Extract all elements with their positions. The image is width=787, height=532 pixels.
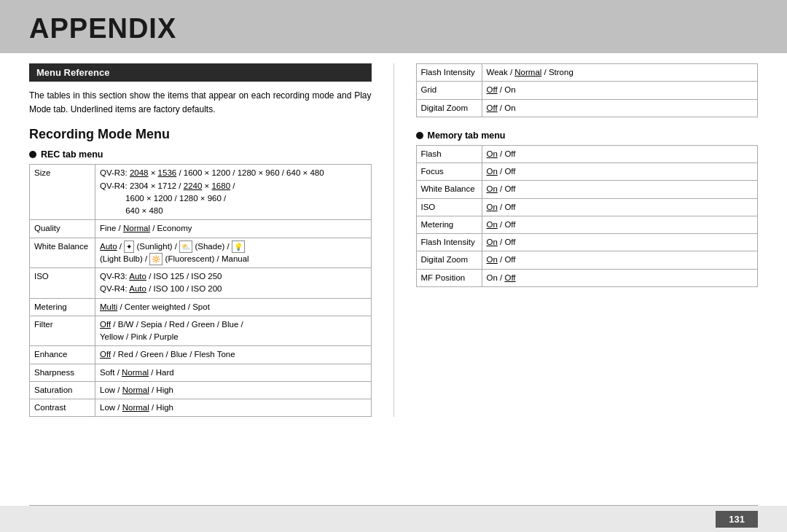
row-value: Off / On [482, 82, 758, 99]
row-label: ISO [416, 198, 482, 216]
row-label: Digital Zoom [416, 99, 482, 117]
row-value: On / Off [482, 198, 758, 216]
memory-tab-table: Flash On / Off Focus On / Off White Bala… [416, 145, 759, 287]
row-label: Flash Intensity [416, 64, 482, 82]
row-label: Quality [30, 220, 95, 238]
row-label: Enhance [30, 346, 95, 364]
table-row: Saturation Low / Normal / High [30, 381, 372, 399]
row-value: Low / Normal / High [95, 399, 372, 417]
content-area: Menu Reference The tables in this sectio… [0, 53, 787, 417]
row-value: On / Off [482, 145, 758, 163]
row-label: Flash [416, 145, 482, 163]
row-value: On / Off [482, 181, 758, 198]
table-row: Focus On / Off [416, 163, 758, 181]
row-label: Sharpness [30, 364, 95, 381]
row-value: Off / On [482, 99, 758, 117]
table-row: Contrast Low / Normal / High [30, 399, 372, 417]
row-value: Multi / Center weighted / Spot [95, 298, 372, 316]
menu-reference-title: Menu Reference [29, 63, 372, 82]
table-row: Metering On / Off [416, 216, 758, 233]
bullet-icon [29, 151, 36, 158]
right-column: Flash Intensity Weak / Normal / Strong G… [416, 53, 759, 417]
table-row: ISO QV-R3: Auto / ISO 125 / ISO 250 QV-R… [30, 268, 372, 299]
row-value: On / Off [482, 234, 758, 251]
row-value: QV-R3: Auto / ISO 125 / ISO 250 QV-R4: A… [95, 268, 372, 299]
table-row: Grid Off / On [416, 82, 758, 99]
table-row: Digital Zoom On / Off [416, 251, 758, 269]
rec-tab-heading: REC tab menu [29, 149, 372, 160]
row-value: Weak / Normal / Strong [482, 64, 758, 82]
row-label: MF Position [416, 269, 482, 286]
table-row: ISO On / Off [416, 198, 758, 216]
page-number: 131 [716, 511, 758, 528]
memory-tab-heading: Memory tab menu [416, 130, 759, 141]
rec-tab-table: Size QV-R3: 2048 × 1536 / 1600 × 1200 / … [29, 164, 372, 417]
rec-tab-label: REC tab menu [41, 149, 103, 160]
table-row: Filter Off / B/W / Sepia / Red / Green /… [30, 316, 372, 346]
table-row: Digital Zoom Off / On [416, 99, 758, 117]
vertical-divider [394, 63, 394, 417]
row-label: White Balance [30, 238, 95, 268]
row-label: Digital Zoom [416, 251, 482, 269]
row-value: On / Off [482, 251, 758, 269]
row-value: On / Off [482, 163, 758, 181]
table-row: White Balance On / Off [416, 181, 758, 198]
table-row: Quality Fine / Normal / Economy [30, 220, 372, 238]
table-row: Metering Multi / Center weighted / Spot [30, 298, 372, 316]
row-label: Filter [30, 316, 95, 346]
bullet-icon [416, 132, 423, 139]
row-label: Metering [416, 216, 482, 233]
footer-bar: 131 [0, 506, 787, 532]
row-value: Soft / Normal / Hard [95, 364, 372, 381]
row-value: Fine / Normal / Economy [95, 220, 372, 238]
row-value: Low / Normal / High [95, 381, 372, 399]
left-column: Menu Reference The tables in this sectio… [29, 53, 372, 417]
row-label: Flash Intensity [416, 234, 482, 251]
row-label: Contrast [30, 399, 95, 417]
row-label: Size [30, 165, 95, 220]
row-value: Off / Red / Green / Blue / Flesh Tone [95, 346, 372, 364]
page-title: APPENDIX [29, 13, 758, 44]
top-right-table: Flash Intensity Weak / Normal / Strong G… [416, 63, 759, 117]
table-row: Sharpness Soft / Normal / Hard [30, 364, 372, 381]
intro-text: The tables in this section show the item… [29, 89, 372, 117]
table-row: White Balance Auto / ✦ (Sunlight) / ⛅ (S… [30, 238, 372, 268]
page: APPENDIX Menu Reference The tables in th… [0, 0, 787, 532]
row-value: Auto / ✦ (Sunlight) / ⛅ (Shade) / 💡 (Lig… [95, 238, 372, 268]
row-label: White Balance [416, 181, 482, 198]
row-value: On / Off [482, 216, 758, 233]
memory-tab-label: Memory tab menu [428, 130, 506, 141]
recording-mode-title: Recording Mode Menu [29, 127, 372, 142]
row-value: Off / B/W / Sepia / Red / Green / Blue /… [95, 316, 372, 346]
row-value: QV-R3: 2048 × 1536 / 1600 × 1200 / 1280 … [95, 165, 372, 220]
row-value: On / Off [482, 269, 758, 286]
row-label: Metering [30, 298, 95, 316]
row-label: ISO [30, 268, 95, 299]
table-row: Flash On / Off [416, 145, 758, 163]
header-bar: APPENDIX [0, 0, 787, 53]
table-row: Flash Intensity Weak / Normal / Strong [416, 64, 758, 82]
table-row: Enhance Off / Red / Green / Blue / Flesh… [30, 346, 372, 364]
row-label: Focus [416, 163, 482, 181]
table-row: MF Position On / Off [416, 269, 758, 286]
row-label: Grid [416, 82, 482, 99]
row-label: Saturation [30, 381, 95, 399]
table-row: Flash Intensity On / Off [416, 234, 758, 251]
table-row: Size QV-R3: 2048 × 1536 / 1600 × 1200 / … [30, 165, 372, 220]
